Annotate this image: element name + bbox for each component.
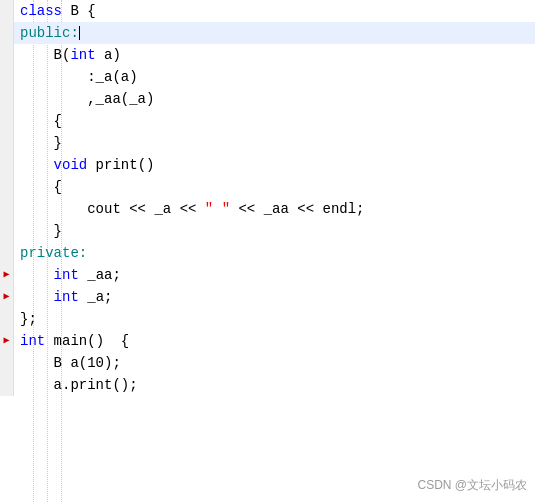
code-token: print() bbox=[87, 154, 154, 176]
line-gutter bbox=[0, 44, 14, 66]
code-token: int bbox=[20, 330, 45, 352]
code-token bbox=[20, 264, 54, 286]
line-gutter bbox=[0, 242, 14, 264]
line-content: }; bbox=[14, 308, 37, 330]
line-gutter: ▶ bbox=[0, 330, 14, 352]
code-token: " " bbox=[205, 198, 230, 220]
watermark: CSDN @文坛小码农 bbox=[417, 477, 527, 494]
code-line: a.print(); bbox=[0, 374, 535, 396]
line-content: :_a(a) bbox=[14, 66, 138, 88]
code-line: }; bbox=[0, 308, 535, 330]
code-token: << _aa << endl; bbox=[230, 198, 364, 220]
line-content: B a(10); bbox=[14, 352, 121, 374]
code-token bbox=[20, 154, 54, 176]
code-token: main() { bbox=[45, 330, 129, 352]
code-token: _a; bbox=[79, 286, 113, 308]
code-line: } bbox=[0, 220, 535, 242]
line-content: } bbox=[14, 220, 62, 242]
line-content: } bbox=[14, 132, 62, 154]
code-token: B { bbox=[62, 0, 96, 22]
code-lines: class B {public: B(int a) :_a(a) ,_aa(_a… bbox=[0, 0, 535, 396]
code-token: a) bbox=[96, 44, 121, 66]
code-token: int bbox=[54, 264, 79, 286]
code-token: class bbox=[20, 0, 62, 22]
line-gutter bbox=[0, 374, 14, 396]
line-content: { bbox=[14, 110, 62, 132]
code-line: void print() bbox=[0, 154, 535, 176]
code-line: { bbox=[0, 176, 535, 198]
code-token: cout << _a << bbox=[20, 198, 205, 220]
code-line: B(int a) bbox=[0, 44, 535, 66]
code-token: B( bbox=[20, 44, 70, 66]
code-token: } bbox=[20, 220, 62, 242]
text-cursor bbox=[79, 26, 80, 40]
code-token: :_a(a) bbox=[20, 66, 138, 88]
line-gutter bbox=[0, 88, 14, 110]
code-token: _aa; bbox=[79, 264, 121, 286]
line-gutter bbox=[0, 110, 14, 132]
code-token: ,_aa(_a) bbox=[20, 88, 154, 110]
code-token: int bbox=[70, 44, 95, 66]
line-content: B(int a) bbox=[14, 44, 121, 66]
code-token: int bbox=[54, 286, 79, 308]
code-token: public: bbox=[20, 22, 79, 44]
code-line: :_a(a) bbox=[0, 66, 535, 88]
code-line: ,_aa(_a) bbox=[0, 88, 535, 110]
code-line: { bbox=[0, 110, 535, 132]
code-token: a.print(); bbox=[20, 374, 138, 396]
code-line: B a(10); bbox=[0, 352, 535, 374]
line-gutter bbox=[0, 352, 14, 374]
code-token: private: bbox=[20, 242, 87, 264]
line-gutter: ▶ bbox=[0, 286, 14, 308]
code-token: { bbox=[20, 176, 62, 198]
line-content: public: bbox=[14, 22, 80, 44]
line-content: a.print(); bbox=[14, 374, 138, 396]
code-line: } bbox=[0, 132, 535, 154]
line-content: ,_aa(_a) bbox=[14, 88, 154, 110]
line-gutter bbox=[0, 0, 14, 22]
line-content: void print() bbox=[14, 154, 154, 176]
line-content: cout << _a << " " << _aa << endl; bbox=[14, 198, 364, 220]
code-line: ▶ int _aa; bbox=[0, 264, 535, 286]
code-line: class B { bbox=[0, 0, 535, 22]
code-token: { bbox=[20, 110, 62, 132]
line-content: int _aa; bbox=[14, 264, 121, 286]
line-content: { bbox=[14, 176, 62, 198]
code-token bbox=[20, 286, 54, 308]
code-token: } bbox=[20, 132, 62, 154]
line-gutter bbox=[0, 22, 14, 44]
code-token: B a(10); bbox=[20, 352, 121, 374]
line-content: private: bbox=[14, 242, 87, 264]
code-line: private: bbox=[0, 242, 535, 264]
code-line: ▶int main() { bbox=[0, 330, 535, 352]
line-gutter bbox=[0, 198, 14, 220]
line-gutter bbox=[0, 154, 14, 176]
line-content: int main() { bbox=[14, 330, 129, 352]
line-gutter bbox=[0, 308, 14, 330]
line-gutter bbox=[0, 66, 14, 88]
code-line: ▶ int _a; bbox=[0, 286, 535, 308]
line-content: class B { bbox=[14, 0, 96, 22]
line-gutter bbox=[0, 132, 14, 154]
code-editor: class B {public: B(int a) :_a(a) ,_aa(_a… bbox=[0, 0, 535, 502]
code-token: void bbox=[54, 154, 88, 176]
code-token: }; bbox=[20, 308, 37, 330]
line-gutter: ▶ bbox=[0, 264, 14, 286]
code-line: cout << _a << " " << _aa << endl; bbox=[0, 198, 535, 220]
line-gutter bbox=[0, 176, 14, 198]
line-content: int _a; bbox=[14, 286, 112, 308]
line-gutter bbox=[0, 220, 14, 242]
code-line: public: bbox=[0, 22, 535, 44]
